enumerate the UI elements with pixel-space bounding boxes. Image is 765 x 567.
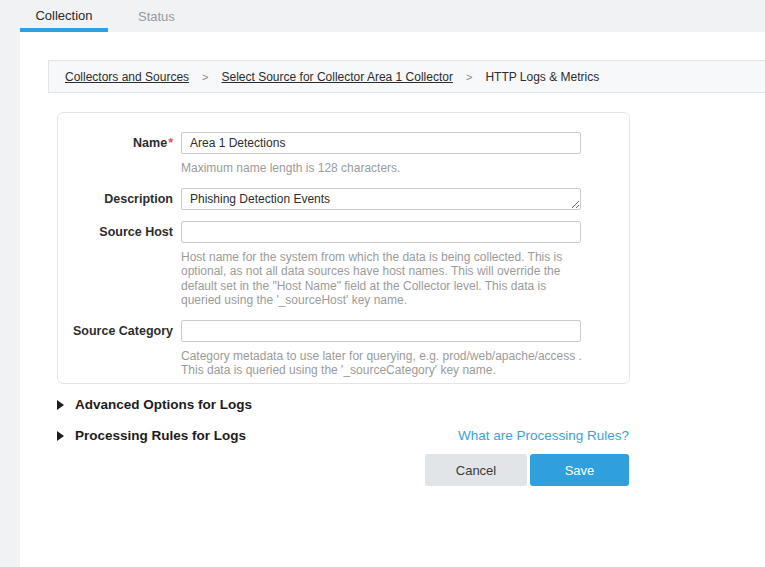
name-input[interactable] [181, 132, 581, 154]
source-category-row: Source Category [58, 320, 629, 342]
content-panel: Collectors and Sources > Select Source f… [20, 32, 765, 567]
what-are-processing-rules-link[interactable]: What are Processing Rules? [458, 428, 629, 443]
processing-rules-label: Processing Rules for Logs [75, 428, 246, 443]
source-host-input[interactable] [181, 221, 581, 243]
name-row: Name* [58, 132, 629, 154]
source-config-form: Name* Maximum name length is 128 charact… [57, 112, 630, 384]
tab-status[interactable]: Status [126, 0, 187, 32]
name-hint: Maximum name length is 128 characters. [181, 161, 583, 176]
required-asterisk: * [168, 136, 173, 150]
cancel-button[interactable]: Cancel [425, 454, 527, 486]
breadcrumb-separator-icon: > [466, 71, 472, 83]
breadcrumb-current-page: HTTP Logs & Metrics [485, 70, 599, 84]
description-row: Description [58, 188, 629, 210]
save-button[interactable]: Save [530, 454, 629, 486]
expand-triangle-icon [57, 400, 64, 410]
expand-triangle-icon [57, 431, 64, 441]
breadcrumb-select-source[interactable]: Select Source for Collector Area 1 Colle… [222, 70, 453, 84]
description-label: Description [58, 188, 181, 206]
breadcrumb-separator-icon: > [202, 71, 208, 83]
source-host-hint: Host name for the system from which the … [181, 250, 583, 308]
processing-rules-expander[interactable]: Processing Rules for Logs [57, 428, 246, 443]
breadcrumb-collectors-and-sources[interactable]: Collectors and Sources [65, 70, 189, 84]
tab-bar: Collection Status [0, 0, 765, 32]
source-host-row: Source Host [58, 221, 629, 243]
advanced-options-expander[interactable]: Advanced Options for Logs [57, 397, 252, 412]
name-label: Name* [58, 132, 181, 150]
source-category-input[interactable] [181, 320, 581, 342]
form-actions: Cancel Save [425, 454, 629, 486]
source-category-hint: Category metadata to use later for query… [181, 349, 583, 378]
breadcrumb: Collectors and Sources > Select Source f… [48, 60, 765, 93]
tab-collection-label: Collection [35, 8, 92, 23]
source-host-label: Source Host [58, 221, 181, 239]
source-category-label: Source Category [58, 320, 181, 338]
description-textarea[interactable] [181, 188, 581, 210]
advanced-options-label: Advanced Options for Logs [75, 397, 252, 412]
tab-collection[interactable]: Collection [20, 0, 108, 32]
tab-status-label: Status [138, 9, 175, 24]
